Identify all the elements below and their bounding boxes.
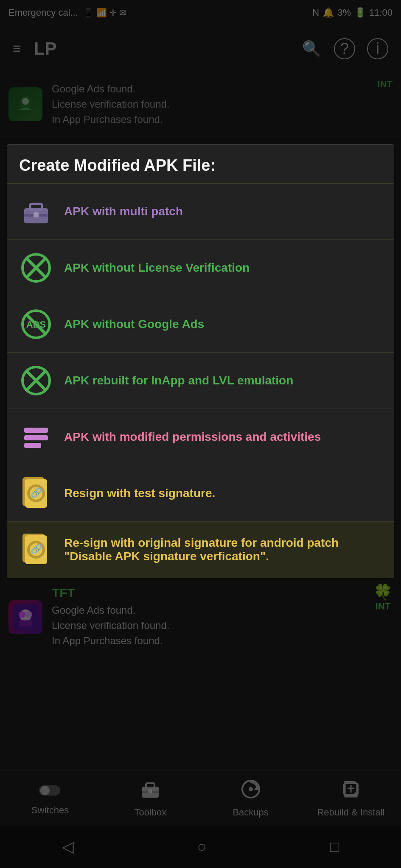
modal-item-no-ads[interactable]: ADS APK without Google Ads bbox=[7, 296, 394, 353]
resign-original-svg: 🔗 bbox=[21, 533, 51, 567]
modal-item-text-resign-test: Resign with test signature. bbox=[64, 487, 382, 500]
modal-item-resign-test[interactable]: 🔗 Resign with test signature. bbox=[7, 465, 394, 522]
modal-item-text-permissions: APK with modified permissions and activi… bbox=[64, 430, 382, 444]
inapp-lvl-icon bbox=[19, 364, 53, 398]
modal-title: Create Modified APK File: bbox=[7, 145, 394, 184]
modal-item-text-no-license: APK without License Verification bbox=[64, 261, 382, 275]
svg-rect-20 bbox=[24, 435, 48, 440]
no-ads-svg: ADS bbox=[21, 309, 51, 339]
modal-item-no-license[interactable]: APK without License Verification bbox=[7, 240, 394, 296]
modal-item-text-multi-patch: APK with multi patch bbox=[64, 205, 382, 218]
modal-item-permissions[interactable]: APK with modified permissions and activi… bbox=[7, 409, 394, 465]
resign-test-icon: 🔗 bbox=[19, 476, 53, 510]
modal-item-resign-original[interactable]: 🔗 Re-sign with original signature for an… bbox=[7, 522, 394, 578]
inapp-lvl-svg bbox=[21, 365, 51, 396]
permissions-svg bbox=[21, 422, 51, 452]
toolbox-icon bbox=[19, 195, 53, 228]
svg-rect-21 bbox=[24, 443, 41, 448]
resign-test-svg: 🔗 bbox=[21, 476, 51, 510]
modal-item-text-resign-original: Re-sign with original signature for andr… bbox=[64, 536, 382, 563]
permissions-icon bbox=[19, 420, 53, 454]
svg-rect-7 bbox=[30, 204, 42, 210]
modal-item-multi-patch[interactable]: APK with multi patch bbox=[7, 184, 394, 240]
modal-dialog: Create Modified APK File: APK with multi… bbox=[7, 144, 394, 578]
resign-original-icon: 🔗 bbox=[19, 533, 53, 567]
no-license-icon bbox=[19, 251, 53, 285]
no-ads-icon: ADS bbox=[19, 307, 53, 341]
svg-text:🔗: 🔗 bbox=[31, 543, 42, 555]
no-license-svg bbox=[21, 253, 51, 283]
svg-rect-9 bbox=[34, 212, 39, 217]
svg-text:🔗: 🔗 bbox=[31, 487, 42, 498]
modal-item-inapp-lvl[interactable]: APK rebuilt for InApp and LVL emulation bbox=[7, 353, 394, 409]
modal-item-text-inapp-lvl: APK rebuilt for InApp and LVL emulation bbox=[64, 374, 382, 387]
svg-rect-19 bbox=[24, 428, 48, 433]
modal-item-text-no-ads: APK without Google Ads bbox=[64, 317, 382, 331]
toolbox-svg bbox=[21, 196, 51, 227]
